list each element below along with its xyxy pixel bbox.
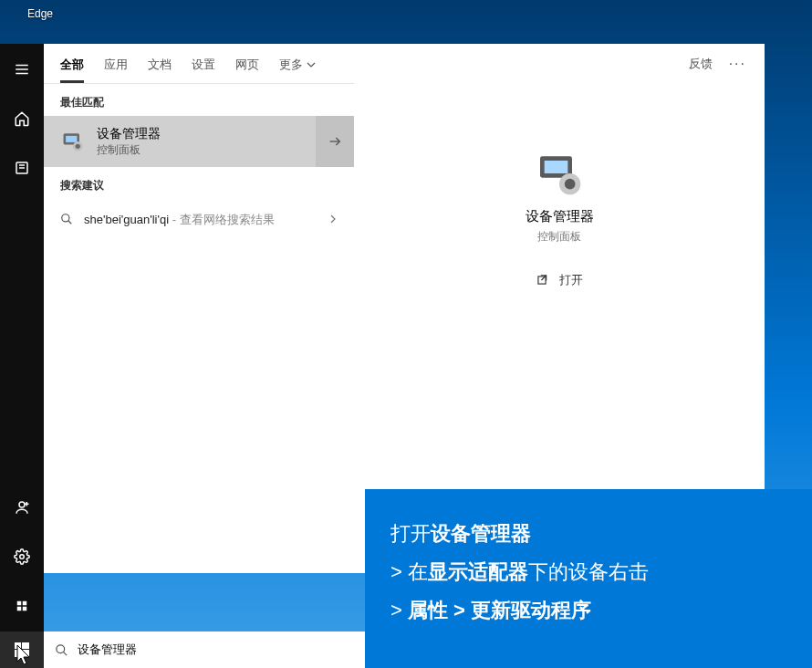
search-category-tabs: 全部 应用 文档 设置 网页 更多 bbox=[44, 44, 354, 84]
svg-rect-27 bbox=[15, 642, 21, 649]
svg-rect-13 bbox=[23, 607, 27, 611]
svg-line-20 bbox=[68, 221, 72, 224]
instr-text: 打开 bbox=[390, 522, 431, 545]
instr-bold: 设备管理器 bbox=[431, 522, 531, 545]
rail-menu-button[interactable] bbox=[0, 53, 44, 86]
instruction-overlay: 打开设备管理器 > 在显示适配器下的设备右击 > 属性 > 更新驱动程序 bbox=[365, 489, 812, 668]
taskbar-search-input[interactable] bbox=[78, 643, 354, 657]
section-best-match-label: 最佳匹配 bbox=[44, 84, 354, 116]
best-match-body[interactable]: 设备管理器 控制面板 bbox=[44, 126, 316, 158]
open-icon bbox=[536, 274, 548, 287]
tab-all[interactable]: 全部 bbox=[60, 46, 84, 82]
start-button[interactable] bbox=[0, 631, 44, 668]
rail-home-button[interactable] bbox=[0, 102, 44, 135]
search-icon bbox=[60, 213, 73, 225]
rail-power-button[interactable] bbox=[0, 590, 44, 622]
tab-web[interactable]: 网页 bbox=[235, 46, 259, 82]
feedback-link[interactable]: 反馈 bbox=[689, 56, 713, 72]
svg-point-24 bbox=[565, 179, 576, 190]
instr-bold: 显示适配器 bbox=[428, 560, 528, 583]
search-icon bbox=[55, 643, 68, 657]
taskbar-search-box[interactable] bbox=[44, 631, 365, 668]
tab-more-label: 更多 bbox=[279, 57, 303, 73]
svg-rect-22 bbox=[545, 161, 568, 173]
header-more-button[interactable]: ··· bbox=[729, 56, 746, 72]
desktop-icon-edge-label[interactable]: Edge bbox=[27, 7, 53, 20]
svg-line-32 bbox=[63, 652, 67, 655]
preview-subtitle: 控制面板 bbox=[537, 229, 581, 245]
tab-more[interactable]: 更多 bbox=[279, 46, 316, 82]
tab-settings[interactable]: 设置 bbox=[192, 46, 215, 82]
instr-bold: 属性 > 更新驱动程序 bbox=[408, 599, 591, 621]
taskbar bbox=[0, 631, 365, 668]
svg-point-6 bbox=[19, 502, 25, 507]
best-match-expand-button[interactable] bbox=[316, 116, 354, 167]
chevron-down-icon bbox=[307, 60, 316, 69]
suggestion-text: she'bei'guan'li'qi bbox=[84, 213, 169, 226]
suggestion-hint: - 查看网络搜索结果 bbox=[169, 213, 275, 226]
svg-rect-29 bbox=[15, 650, 21, 657]
rail-account-button[interactable] bbox=[0, 491, 44, 524]
svg-point-19 bbox=[62, 214, 69, 222]
tab-apps[interactable]: 应用 bbox=[104, 46, 128, 82]
preview-device-manager-icon bbox=[534, 148, 585, 199]
svg-rect-28 bbox=[22, 642, 29, 649]
best-match-title: 设备管理器 bbox=[97, 126, 161, 142]
rail-apps-button[interactable] bbox=[0, 151, 44, 184]
instr-text: 在 bbox=[408, 560, 428, 583]
arrow-right-icon bbox=[328, 134, 342, 149]
windows-logo-icon bbox=[15, 642, 29, 657]
device-manager-icon bbox=[60, 129, 86, 154]
svg-rect-11 bbox=[23, 601, 27, 606]
search-results-left: 全部 应用 文档 设置 网页 更多 最佳匹配 设备管理器 控制面板 bbox=[44, 44, 354, 573]
section-suggestions-label: 搜索建议 bbox=[44, 167, 354, 199]
web-suggestion-item[interactable]: she'bei'guan'li'qi - 查看网络搜索结果 bbox=[44, 199, 354, 239]
start-left-rail bbox=[0, 44, 44, 631]
open-label: 打开 bbox=[559, 272, 583, 288]
best-match-subtitle: 控制面板 bbox=[97, 142, 161, 158]
svg-point-9 bbox=[20, 555, 25, 559]
instr-text: > bbox=[390, 599, 408, 621]
svg-rect-30 bbox=[22, 650, 29, 657]
svg-rect-10 bbox=[17, 601, 22, 606]
chevron-right-icon bbox=[328, 211, 338, 227]
rail-settings-button[interactable] bbox=[0, 540, 44, 573]
instr-text: 下的设备右击 bbox=[528, 560, 649, 583]
tab-documents[interactable]: 文档 bbox=[148, 46, 172, 82]
instr-text: > bbox=[390, 560, 408, 583]
preview-title: 设备管理器 bbox=[526, 208, 594, 225]
open-action[interactable]: 打开 bbox=[536, 272, 583, 288]
best-match-item: 设备管理器 控制面板 bbox=[44, 116, 354, 167]
svg-rect-15 bbox=[66, 136, 77, 142]
svg-rect-12 bbox=[17, 607, 22, 611]
svg-point-17 bbox=[76, 144, 80, 149]
svg-point-31 bbox=[57, 644, 65, 652]
